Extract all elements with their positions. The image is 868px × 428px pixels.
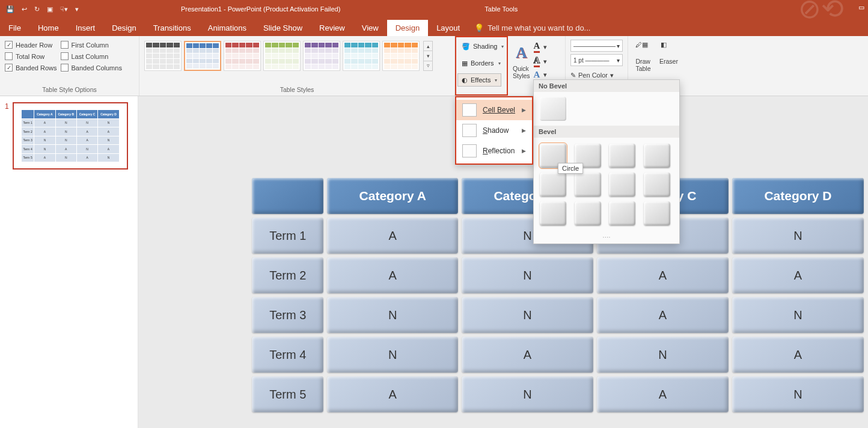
table-styles-gallery[interactable]: ▴▾▿ <box>144 38 433 71</box>
ribbon-display-options-icon[interactable]: ▭ <box>858 4 864 11</box>
table-style-thumb[interactable] <box>263 41 301 71</box>
bevel-swatch[interactable] <box>575 173 601 197</box>
borders-button[interactable]: ▦Borders▾ <box>457 57 505 70</box>
table-cell[interactable]: A <box>597 297 729 333</box>
chk-total-row[interactable]: Total Row <box>5 52 57 60</box>
table-cell[interactable]: N <box>597 337 729 373</box>
table-style-thumb[interactable] <box>382 41 420 71</box>
chk-first-column-label: First Column <box>72 41 109 49</box>
chk-banded-columns[interactable]: Banded Columns <box>61 64 122 72</box>
table-header-cell[interactable]: Category A <box>327 178 457 214</box>
table-cell[interactable]: N <box>462 297 593 333</box>
tab-animations[interactable]: Animations <box>200 20 255 36</box>
table-cell[interactable]: A <box>597 257 729 293</box>
chk-header-row[interactable]: Header Row <box>5 41 57 49</box>
table-cell[interactable]: A <box>732 337 864 373</box>
table-header-cell[interactable]: Category D <box>732 178 864 214</box>
table-cell[interactable]: N <box>327 297 457 333</box>
bevel-swatch[interactable] <box>609 173 635 197</box>
bevel-swatch[interactable] <box>540 201 566 225</box>
table-header-cell[interactable] <box>252 178 323 214</box>
group-label-table-styles: Table Styles <box>144 85 450 96</box>
menu-cell-bevel[interactable]: Cell Bevel ▶ <box>456 100 532 120</box>
tell-me-search[interactable]: 💡 Tell me what you want to do... <box>468 20 596 36</box>
bevel-swatch-none[interactable] <box>540 97 566 121</box>
table-style-thumb[interactable] <box>144 41 182 71</box>
gallery-scroll[interactable]: ▴▾▿ <box>423 41 433 71</box>
gallery-resize-handle[interactable]: ···· <box>534 231 679 243</box>
pen-style-value: ——————— <box>573 43 616 49</box>
draw-table-icon: 🖊▦ <box>635 41 651 57</box>
shading-button[interactable]: 🪣Shading▾ <box>457 40 508 53</box>
table-cell[interactable]: A <box>732 257 864 293</box>
table-cell[interactable]: N <box>732 297 864 333</box>
undo-icon[interactable]: ↩ <box>22 5 27 13</box>
start-from-beginning-icon[interactable]: ▣ <box>47 5 53 13</box>
table-row: Term 4NANA <box>252 337 864 373</box>
bevel-swatch[interactable] <box>644 144 670 168</box>
save-icon[interactable]: 💾 <box>6 5 14 13</box>
table-cell[interactable]: A <box>597 376 729 412</box>
table-cell[interactable]: Term 3 <box>252 297 323 333</box>
bevel-swatch[interactable] <box>575 201 601 225</box>
tab-home[interactable]: Home <box>29 20 67 36</box>
table-style-thumb[interactable] <box>224 41 261 71</box>
table-cell[interactable]: N <box>327 337 457 373</box>
bevel-swatch[interactable] <box>644 173 670 197</box>
draw-table-button[interactable]: 🖊▦ Draw Table <box>633 38 653 72</box>
qat-more-icon[interactable]: ▾ <box>75 5 79 13</box>
table-cell[interactable]: A <box>327 218 457 254</box>
tab-design-main[interactable]: Design <box>103 20 144 36</box>
title-bar: 💾 ↩ ↻ ▣ ☟▾ ▾ Presentation1 - PowerPoint … <box>0 0 868 18</box>
redo-icon[interactable]: ↻ <box>34 5 40 13</box>
bevel-swatch[interactable] <box>540 173 566 197</box>
chk-banded-columns-label: Banded Columns <box>72 64 122 72</box>
table-cell[interactable]: N <box>732 218 864 254</box>
wordart-icon: A <box>513 41 529 65</box>
bevel-swatch-circle[interactable]: Circle <box>540 144 566 168</box>
table-style-thumb[interactable] <box>303 41 340 71</box>
table-cell[interactable]: Term 2 <box>252 257 323 293</box>
chk-last-column[interactable]: Last Column <box>61 52 122 60</box>
text-outline-button[interactable]: A▾ <box>534 55 548 67</box>
effects-label: Effects <box>471 76 491 84</box>
ribbon-tabs: File Home Insert Design Transitions Anim… <box>0 18 868 36</box>
table-cell[interactable]: N <box>462 257 593 293</box>
text-fill-button[interactable]: A▾ <box>534 41 548 53</box>
table-cell[interactable]: A <box>327 257 457 293</box>
table-cell[interactable]: Term 4 <box>252 337 323 373</box>
tab-insert[interactable]: Insert <box>67 20 104 36</box>
table-style-thumb-selected[interactable] <box>184 41 221 71</box>
eraser-icon: ◧ <box>661 41 676 57</box>
quick-styles-button[interactable]: A Quick Styles <box>513 41 530 79</box>
menu-reflection[interactable]: Reflection ▶ <box>456 141 532 161</box>
table-style-thumb[interactable] <box>343 41 380 71</box>
tab-view[interactable]: View <box>353 20 387 36</box>
tab-review[interactable]: Review <box>311 20 353 36</box>
bevel-swatch[interactable] <box>609 144 635 168</box>
effects-button[interactable]: ◐Effects▾ <box>457 73 501 87</box>
menu-shadow[interactable]: Shadow ▶ <box>456 120 532 141</box>
tab-slideshow[interactable]: Slide Show <box>255 20 311 36</box>
pen-weight-select[interactable]: 1 pt ————▾ <box>570 54 623 66</box>
chk-first-column[interactable]: First Column <box>61 41 122 49</box>
eraser-button[interactable]: ◧ Eraser <box>657 38 680 65</box>
table-cell[interactable]: Term 1 <box>252 218 323 254</box>
chk-banded-rows[interactable]: Banded Rows <box>5 64 57 72</box>
text-effects-button[interactable]: A▾ <box>534 70 548 80</box>
bevel-swatch[interactable] <box>644 201 670 225</box>
tab-transitions[interactable]: Transitions <box>145 20 200 36</box>
table-cell[interactable]: N <box>732 376 864 412</box>
table-cell[interactable]: A <box>462 337 593 373</box>
table-cell[interactable]: Term 5 <box>252 376 323 412</box>
tab-file[interactable]: File <box>0 20 29 36</box>
tab-table-design[interactable]: Design <box>387 20 428 36</box>
touch-mode-icon[interactable]: ☟▾ <box>60 5 68 13</box>
pen-style-select[interactable]: ———————▾ <box>570 40 623 52</box>
table-cell[interactable]: N <box>462 376 593 412</box>
tab-table-layout[interactable]: Layout <box>428 20 468 36</box>
slide-thumbnail[interactable]: Category ACategory BCategory CCategory D… <box>13 102 128 170</box>
table-cell[interactable]: A <box>327 376 457 412</box>
section-bevel: Bevel <box>534 126 679 138</box>
bevel-swatch[interactable] <box>609 201 635 225</box>
